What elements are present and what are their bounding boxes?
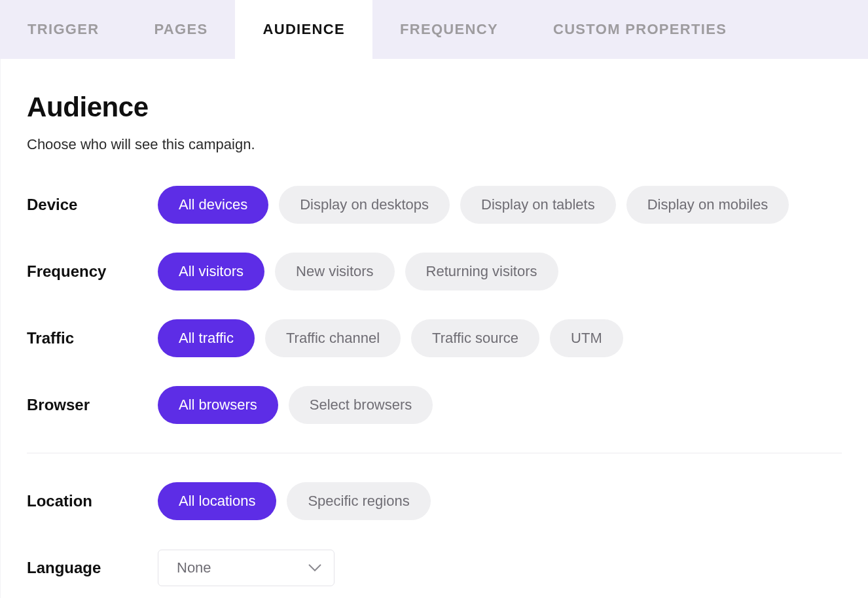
device-row: Device All devices Display on desktops D… [27,186,842,224]
page-subtitle: Choose who will see this campaign. [27,136,842,153]
location-row: Location All locations Specific regions [27,482,842,520]
device-option-all[interactable]: All devices [158,186,268,224]
settings: Device All devices Display on desktops D… [27,186,842,587]
language-select[interactable]: None [158,550,335,586]
frequency-option-new[interactable]: New visitors [275,253,395,290]
frequency-options: All visitors New visitors Returning visi… [158,253,558,290]
location-options: All locations Specific regions [158,482,431,520]
browser-option-select[interactable]: Select browsers [289,386,433,424]
tab-frequency[interactable]: FREQUENCY [372,0,526,59]
audience-panel: Audience Choose who will see this campai… [0,59,868,598]
frequency-row: Frequency All visitors New visitors Retu… [27,253,842,290]
traffic-options: All traffic Traffic channel Traffic sour… [158,319,623,357]
browser-row: Browser All browsers Select browsers [27,386,842,424]
location-label: Location [27,492,158,510]
traffic-option-utm[interactable]: UTM [550,319,623,357]
browser-option-all[interactable]: All browsers [158,386,278,424]
traffic-option-source[interactable]: Traffic source [411,319,539,357]
frequency-option-returning[interactable]: Returning visitors [405,253,558,290]
frequency-label: Frequency [27,262,158,281]
tab-audience[interactable]: AUDIENCE [235,0,372,59]
tab-trigger[interactable]: TRIGGER [0,0,126,59]
traffic-label: Traffic [27,329,158,347]
browser-options: All browsers Select browsers [158,386,433,424]
tab-pages[interactable]: PAGES [126,0,235,59]
page-title: Audience [27,92,842,123]
traffic-row: Traffic All traffic Traffic channel Traf… [27,319,842,357]
tab-custom-properties[interactable]: CUSTOM PROPERTIES [526,0,754,59]
traffic-option-all[interactable]: All traffic [158,319,255,357]
location-option-specific[interactable]: Specific regions [287,482,430,520]
divider [27,453,842,453]
device-option-desktops[interactable]: Display on desktops [279,186,450,224]
language-row: Language None [27,549,842,587]
location-option-all[interactable]: All locations [158,482,276,520]
device-option-mobiles[interactable]: Display on mobiles [626,186,789,224]
device-options: All devices Display on desktops Display … [158,186,789,224]
browser-label: Browser [27,396,158,414]
device-option-tablets[interactable]: Display on tablets [460,186,616,224]
frequency-option-all[interactable]: All visitors [158,253,264,290]
device-label: Device [27,196,158,214]
language-label: Language [27,559,158,577]
traffic-option-channel[interactable]: Traffic channel [265,319,401,357]
tab-bar: TRIGGER PAGES AUDIENCE FREQUENCY CUSTOM … [0,0,868,59]
language-select-wrap: None [158,550,335,586]
